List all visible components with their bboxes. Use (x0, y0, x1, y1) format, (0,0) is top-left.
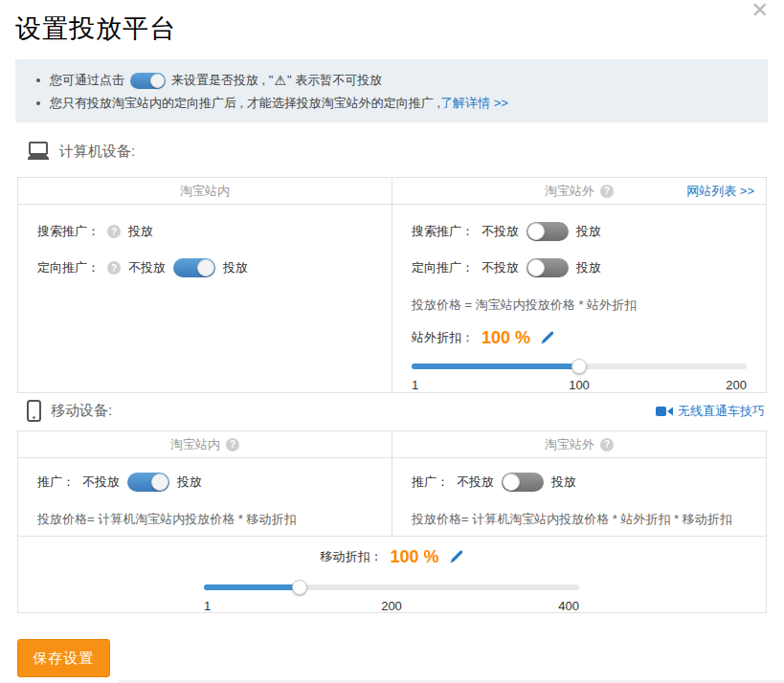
toggle-on-label: 投放 (576, 259, 601, 276)
help-icon[interactable]: ? (226, 438, 239, 452)
column-header-label: 淘宝站内 (180, 183, 230, 200)
promo-label: 推广： (37, 474, 75, 491)
column-header-label: 淘宝站外 (545, 436, 594, 453)
mobile-col-taobao-outside: 淘宝站外 ? (392, 431, 766, 457)
toggle-on-label: 投放 (576, 223, 601, 240)
price-formula: 投放价格= 计算机淘宝站内投放价格 * 站外折扣 * 移动折扣 (412, 511, 747, 528)
computer-icon (27, 142, 50, 161)
mobile-icon (27, 400, 41, 422)
sample-toggle-icon (130, 73, 166, 89)
slider-fill (412, 364, 579, 369)
wireless-tips-label: 无线直通车技巧 (678, 403, 765, 420)
mobile-discount-section: 移动折扣： 100 % 1 200 400 (18, 536, 766, 613)
offsite-discount-slider: 1 100 200 (412, 364, 747, 395)
scale-mid: 200 (381, 599, 402, 613)
bullet-icon (36, 101, 40, 105)
edit-pencil-icon[interactable] (449, 549, 464, 564)
help-icon[interactable]: ? (107, 225, 121, 238)
notice-line-1: 您可通过点击 来设置是否投放 , " ⚠ " 表示暂不可投放 (36, 69, 747, 92)
website-list-link[interactable]: 网站列表 >> (686, 183, 754, 200)
page-title: 设置投放平台 (15, 11, 176, 46)
mobile-discount-value: 100 % (390, 547, 438, 567)
save-settings-button[interactable]: 保存设置 (17, 639, 110, 677)
notice-box: 您可通过点击 来设置是否投放 , " ⚠ " 表示暂不可投放 您只有投放淘宝站内… (15, 59, 768, 122)
notice-text: 您只有投放淘宝站内的定向推广后 , 才能选择投放淘宝站外的定向推广 , (50, 95, 440, 112)
mobile-table: 淘宝站内 ? 淘宝站外 ? 推广： 不投放 投放 投放价格= 计算机淘宝站内投放… (17, 430, 767, 613)
toggle-off-label: 不投放 (128, 259, 166, 276)
scale-min: 1 (412, 378, 418, 392)
slider-fill (204, 584, 300, 590)
slider-scale: 1 100 200 (412, 378, 747, 395)
promo-row: 推广： 不投放 投放 (37, 473, 372, 492)
search-promo-row: 搜索推广： ? 投放 (37, 222, 372, 241)
toggle-knob[interactable] (527, 259, 545, 276)
slider-scale: 1 200 400 (204, 599, 579, 616)
mobile-col-taobao-inside: 淘宝站内 ? (18, 431, 392, 457)
search-promo-label: 搜索推广： (37, 223, 100, 240)
bullet-icon (36, 78, 40, 82)
scale-min: 1 (204, 599, 211, 613)
slider-track[interactable] (412, 364, 747, 369)
toggle-knob[interactable] (503, 474, 520, 491)
search-promo-toggle[interactable] (526, 222, 569, 241)
toggle-knob[interactable] (151, 474, 168, 491)
promo-row: 推广： 不投放 投放 (412, 473, 747, 492)
computer-section-header: 计算机设备: (27, 142, 135, 161)
toggle-off-label: 不投放 (482, 223, 519, 240)
slider-knob[interactable] (292, 580, 307, 595)
mobile-discount-slider: 1 200 400 (204, 584, 579, 616)
toggle-off-label: 不投放 (482, 259, 519, 276)
mobile-discount-label: 移动折扣： (320, 548, 382, 565)
toggle-knob[interactable] (197, 259, 214, 276)
toggle-on-label: 投放 (177, 474, 202, 491)
mobile-section-header: 移动设备: (27, 400, 112, 422)
computer-col-taobao-outside: 淘宝站外 ? 网站列表 >> (392, 178, 766, 204)
toggle-off-label: 不投放 (457, 474, 494, 491)
computer-table: 淘宝站内 淘宝站外 ? 网站列表 >> 搜索推广： ? 投放 定向推广： ? 不… (17, 177, 767, 393)
computer-outside-cell: 搜索推广： 不投放 投放 定向推广： 不投放 投放 投放价格 = 淘宝站内投放价… (392, 205, 766, 392)
notice-text: " 表示暂不可投放 (287, 72, 382, 89)
toggle-off-label: 不投放 (82, 474, 120, 491)
search-promo-label: 搜索推广： (412, 223, 474, 240)
targeted-promo-row: 定向推广： ? 不投放 投放 (37, 258, 372, 277)
targeted-promo-toggle[interactable] (526, 258, 569, 277)
help-icon[interactable]: ? (600, 185, 614, 198)
notice-text: 来设置是否投放 , " (171, 72, 273, 89)
targeted-promo-toggle[interactable] (173, 258, 215, 277)
warning-icon: ⚠ (274, 73, 286, 88)
computer-section-label: 计算机设备: (59, 143, 135, 161)
toggle-knob[interactable] (527, 223, 545, 240)
help-icon[interactable]: ? (107, 261, 121, 275)
mobile-inside-toggle[interactable] (127, 473, 169, 492)
offsite-discount-line: 站外折扣： 100 % (412, 325, 747, 350)
wireless-tips-link[interactable]: 无线直通车技巧 (656, 403, 765, 420)
promo-label: 推广： (412, 474, 449, 491)
slider-track[interactable] (204, 584, 579, 590)
computer-col-taobao-inside: 淘宝站内 (18, 178, 392, 204)
scale-mid: 100 (569, 378, 590, 392)
scale-max: 200 (726, 378, 747, 392)
close-icon[interactable]: ✕ (751, 0, 769, 21)
toggle-on-label: 投放 (223, 259, 248, 276)
learn-more-link[interactable]: 了解详情 >> (440, 95, 508, 112)
mobile-outside-toggle[interactable] (502, 473, 544, 492)
help-icon[interactable]: ? (600, 438, 614, 452)
targeted-promo-row: 定向推广： 不投放 投放 (412, 258, 747, 277)
mobile-discount-line: 移动折扣： 100 % (18, 544, 766, 569)
toggle-on-label: 投放 (551, 474, 576, 491)
notice-line-2: 您只有投放淘宝站内的定向推广后 , 才能选择投放淘宝站外的定向推广 , 了解详情… (36, 92, 747, 115)
scale-max: 400 (558, 599, 579, 613)
column-header-label: 淘宝站内 (170, 436, 220, 453)
slider-knob[interactable] (571, 359, 587, 374)
targeted-promo-label: 定向推广： (412, 259, 474, 276)
notice-text: 您可通过点击 (50, 72, 124, 89)
mobile-outside-cell: 推广： 不投放 投放 投放价格= 计算机淘宝站内投放价格 * 站外折扣 * 移动… (392, 458, 766, 536)
price-formula: 投放价格= 计算机淘宝站内投放价格 * 移动折扣 (37, 511, 372, 528)
mobile-inside-cell: 推广： 不投放 投放 投放价格= 计算机淘宝站内投放价格 * 移动折扣 (18, 458, 392, 536)
price-formula: 投放价格 = 淘宝站内投放价格 * 站外折扣 (412, 297, 747, 314)
edit-pencil-icon[interactable] (540, 330, 555, 345)
offsite-discount-value: 100 % (482, 328, 530, 348)
computer-inside-cell: 搜索推广： ? 投放 定向推广： ? 不投放 投放 (18, 205, 392, 392)
targeted-promo-label: 定向推广： (37, 259, 100, 276)
column-header-label: 淘宝站外 (545, 183, 594, 200)
